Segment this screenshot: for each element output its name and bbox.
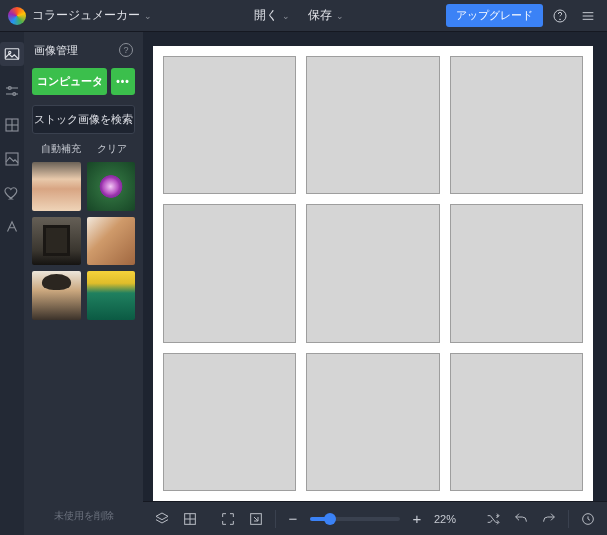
collage-cell[interactable]: [163, 204, 296, 342]
divider: [275, 510, 276, 528]
clear-button[interactable]: クリア: [97, 142, 127, 156]
help-icon[interactable]: [549, 5, 571, 27]
rail-image-manager[interactable]: [0, 42, 24, 66]
thumbnail[interactable]: [87, 271, 136, 320]
app-title-dropdown[interactable]: コラージュメーカー ⌄: [32, 7, 152, 24]
panel-actions: 自動補充 クリア: [24, 138, 143, 162]
zoom-knob[interactable]: [324, 513, 336, 525]
thumbnail[interactable]: [32, 162, 81, 211]
collage-cell[interactable]: [306, 353, 439, 491]
rail-background[interactable]: [3, 150, 21, 168]
rail-favorites[interactable]: [3, 184, 21, 202]
collage-canvas[interactable]: [153, 46, 593, 501]
upload-row: コンピュータ •••: [24, 64, 143, 99]
side-panel: 画像管理 ? コンピュータ ••• ストック画像を検索 自動補充 クリア 未使用…: [24, 32, 143, 535]
zoom-percent: 22%: [434, 513, 464, 525]
zoom-in-button[interactable]: +: [410, 510, 424, 527]
collage-cell[interactable]: [163, 56, 296, 194]
collage-cell[interactable]: [306, 204, 439, 342]
panel-header: 画像管理 ?: [24, 36, 143, 64]
panel-title: 画像管理: [34, 43, 78, 58]
fit-screen-icon[interactable]: [219, 510, 237, 528]
zoom-out-button[interactable]: −: [286, 510, 300, 527]
upload-more-button[interactable]: •••: [111, 68, 135, 95]
shuffle-icon[interactable]: [484, 510, 502, 528]
collage-cell[interactable]: [163, 353, 296, 491]
thumb-image-icon: [87, 271, 136, 320]
thumb-image-icon: [32, 271, 81, 320]
thumb-image-icon: [32, 162, 81, 211]
app-header: コラージュメーカー ⌄ 開く ⌄ 保存 ⌄ アップグレード: [0, 0, 607, 32]
undo-icon[interactable]: [512, 510, 530, 528]
menu-icon[interactable]: [577, 5, 599, 27]
open-label: 開く: [254, 7, 278, 24]
save-label: 保存: [308, 7, 332, 24]
upgrade-button[interactable]: アップグレード: [446, 4, 543, 27]
layers-icon[interactable]: [153, 510, 171, 528]
thumbnail-grid: [24, 162, 143, 320]
history-icon[interactable]: [579, 510, 597, 528]
app-logo-icon: [8, 7, 26, 25]
chevron-down-icon: ⌄: [336, 11, 344, 21]
panel-help-icon[interactable]: ?: [119, 43, 133, 57]
layout-grid-icon[interactable]: [181, 510, 199, 528]
stock-search-button[interactable]: ストック画像を検索: [32, 105, 135, 134]
canvas-viewport: [143, 32, 607, 501]
canvas-area: − + 22%: [143, 32, 607, 535]
collage-cell[interactable]: [306, 56, 439, 194]
app-body: 画像管理 ? コンピュータ ••• ストック画像を検索 自動補充 クリア 未使用…: [0, 32, 607, 535]
open-button[interactable]: 開く ⌄: [254, 7, 290, 24]
tool-rail: [0, 32, 24, 535]
computer-upload-button[interactable]: コンピュータ: [32, 68, 107, 95]
rail-adjust[interactable]: [3, 82, 21, 100]
header-center: 開く ⌄ 保存 ⌄: [158, 7, 440, 24]
thumbnail[interactable]: [87, 217, 136, 266]
thumb-image-icon: [32, 217, 81, 266]
chevron-down-icon: ⌄: [282, 11, 290, 21]
divider: [568, 510, 569, 528]
thumb-image-icon: [87, 217, 136, 266]
thumb-image-icon: [87, 162, 136, 211]
thumbnail[interactable]: [32, 217, 81, 266]
thumbnail[interactable]: [32, 271, 81, 320]
save-button[interactable]: 保存 ⌄: [308, 7, 344, 24]
rail-layout[interactable]: [3, 116, 21, 134]
redo-icon[interactable]: [540, 510, 558, 528]
chevron-down-icon: ⌄: [144, 11, 152, 21]
collage-cell[interactable]: [450, 56, 583, 194]
collage-cell[interactable]: [450, 204, 583, 342]
actual-size-icon[interactable]: [247, 510, 265, 528]
svg-point-1: [560, 18, 561, 19]
zoom-slider[interactable]: [310, 517, 400, 521]
collage-cell[interactable]: [450, 353, 583, 491]
thumbnail[interactable]: [87, 162, 136, 211]
rail-text[interactable]: [3, 218, 21, 236]
bottom-toolbar: − + 22%: [143, 501, 607, 535]
app-title-label: コラージュメーカー: [32, 7, 140, 24]
delete-unused-button[interactable]: 未使用を削除: [24, 497, 143, 535]
auto-fill-button[interactable]: 自動補充: [41, 142, 81, 156]
